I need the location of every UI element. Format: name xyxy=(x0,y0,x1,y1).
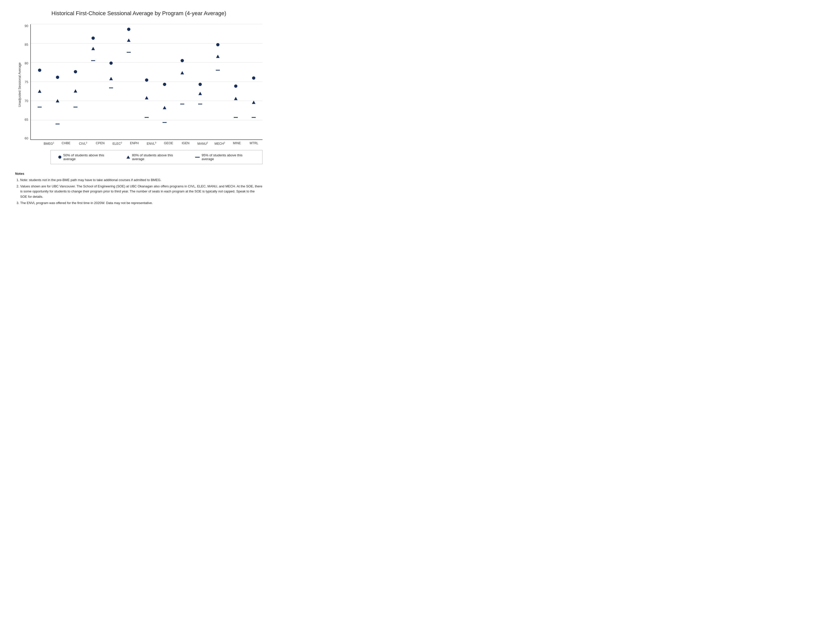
dp-circle-10 xyxy=(216,43,220,47)
y-tick-80: 80 xyxy=(25,62,28,65)
x-label-mech: MECH2 xyxy=(211,142,228,145)
dp-triangle-8 xyxy=(180,71,184,74)
grid-line-85 xyxy=(31,43,262,43)
dp-dash-1 xyxy=(56,124,60,124)
dp-circle-8 xyxy=(181,59,184,62)
dp-triangle-3 xyxy=(92,47,95,50)
chart-title: Historical First-Choice Sessional Averag… xyxy=(15,10,262,17)
x-label-civl: CIVL2 xyxy=(74,142,92,145)
dp-circle-11 xyxy=(234,85,238,88)
dp-circle-5 xyxy=(127,28,130,31)
x-label-igen: IGEN xyxy=(177,142,195,145)
legend-dash-icon xyxy=(195,157,199,158)
dp-triangle-6 xyxy=(145,96,148,99)
y-tick-65: 65 xyxy=(25,118,28,121)
legend-label-50: 50% of students above this average xyxy=(63,153,116,161)
grid-line-70 xyxy=(31,101,262,101)
dp-triangle-5 xyxy=(127,39,130,42)
notes-list: Note: students not in the pre-BME path m… xyxy=(20,177,262,206)
legend-label-80: 80% of students above this average xyxy=(132,153,185,161)
dp-triangle-11 xyxy=(234,97,238,100)
y-tick-70: 70 xyxy=(25,99,28,103)
dp-dash-5 xyxy=(127,52,131,53)
y-tick-60: 60 xyxy=(25,137,28,140)
dp-triangle-2 xyxy=(74,89,77,92)
legend-dot-icon xyxy=(58,156,61,159)
dp-dash-2 xyxy=(74,107,77,108)
y-tick-75: 75 xyxy=(25,80,28,84)
note-3: The ENVL program was offered for the fir… xyxy=(20,201,262,206)
x-label-envl: ENVL3 xyxy=(143,142,160,145)
x-label-mine: MINE xyxy=(228,142,246,145)
y-tick-90: 90 xyxy=(25,24,28,27)
dp-triangle-0 xyxy=(38,90,42,93)
legend: 50% of students above this average 80% o… xyxy=(50,150,262,164)
dp-circle-3 xyxy=(92,37,95,40)
dp-dash-8 xyxy=(180,104,184,105)
notes-title: Notes xyxy=(15,171,262,177)
legend-label-95: 95% of students above this average xyxy=(202,153,255,161)
x-axis-labels: BMEG1CHBECIVL2CPENELEC2ENPHENVL3GEOEIGEN… xyxy=(40,142,262,145)
y-axis-label: Unadjusted Sessional Average xyxy=(15,24,22,145)
legend-item-95: 95% of students above this average xyxy=(195,153,255,161)
dp-circle-9 xyxy=(198,82,202,86)
x-label-elec: ELEC2 xyxy=(109,142,126,145)
x-label-cpen: CPEN xyxy=(92,142,109,145)
notes-section: Notes Note: students not in the pre-BME … xyxy=(15,171,262,206)
dp-triangle-7 xyxy=(163,106,166,109)
x-label-geoe: GEOE xyxy=(160,142,177,145)
dp-dash-9 xyxy=(198,104,202,105)
x-label-bmeg: BMEG1 xyxy=(40,142,58,145)
dp-dash-4 xyxy=(109,88,113,89)
dp-circle-4 xyxy=(109,62,113,65)
x-label-manu: MANU2 xyxy=(194,142,211,145)
grid-line-65 xyxy=(31,120,262,120)
legend-item-80: 80% of students above this average xyxy=(127,153,185,161)
dp-circle-0 xyxy=(38,68,42,72)
dp-dash-10 xyxy=(216,70,220,71)
dp-circle-1 xyxy=(56,76,59,79)
note-2: Values shown are for UBC Vancouver. The … xyxy=(20,184,262,200)
note-1: Note: students not in the pre-BME path m… xyxy=(20,177,262,183)
dp-triangle-4 xyxy=(109,77,113,80)
dp-circle-12 xyxy=(252,77,255,80)
dp-triangle-9 xyxy=(198,92,202,95)
dp-circle-6 xyxy=(145,79,148,82)
chart-area: Unadjusted Sessional Average 90858075706… xyxy=(15,24,262,145)
dp-dash-11 xyxy=(234,117,238,118)
dp-triangle-1 xyxy=(56,99,60,103)
x-label-chbe: CHBE xyxy=(58,142,75,145)
dp-dash-6 xyxy=(145,117,149,118)
x-label-mtrl: MTRL xyxy=(245,142,262,145)
legend-triangle-icon xyxy=(127,156,130,159)
chart-inner: 90858075706560 BMEG1CHBECIVL2CPENELEC2EN… xyxy=(22,24,262,145)
y-ticks: 90858075706560 xyxy=(22,24,30,140)
dp-circle-7 xyxy=(163,82,166,86)
legend-item-50: 50% of students above this average xyxy=(58,153,116,161)
dp-dash-3 xyxy=(91,60,95,61)
dp-circle-2 xyxy=(74,70,77,73)
dp-dash-7 xyxy=(162,122,167,123)
x-label-enph: ENPH xyxy=(126,142,143,145)
dp-dash-12 xyxy=(252,117,256,118)
grid-line-90 xyxy=(31,24,262,24)
dp-triangle-12 xyxy=(252,101,256,104)
plot-and-yaxis: 90858075706560 xyxy=(22,24,262,140)
dp-triangle-10 xyxy=(216,55,220,58)
plot-area xyxy=(30,24,262,140)
y-tick-85: 85 xyxy=(25,43,28,46)
dp-dash-0 xyxy=(38,107,42,108)
